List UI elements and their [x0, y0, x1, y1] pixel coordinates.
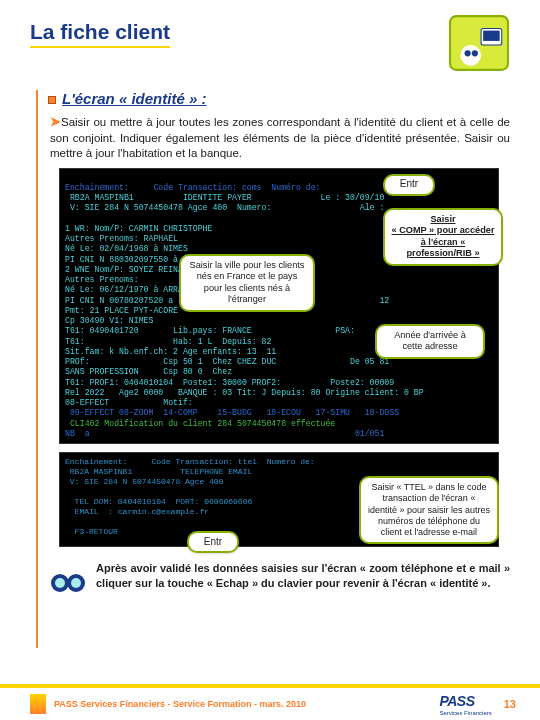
callout-annee: Année d'arrivée à cette adresse [375, 324, 485, 359]
callout-entr-1: Entr [383, 174, 435, 196]
page-number: 13 [504, 698, 516, 710]
callout-entr-2: Entr [187, 531, 239, 553]
note-text: Après avoir validé les données saisies s… [96, 561, 510, 591]
svg-point-3 [472, 50, 478, 56]
callout-ville: Saisir la ville pour les clients nés en … [179, 254, 315, 312]
arrow-icon: ➤ [50, 114, 61, 129]
page-title: La fiche client [30, 20, 170, 48]
svg-point-1 [460, 45, 481, 66]
footer-logo: PASS Services Financiers [439, 692, 491, 716]
section-heading: L'écran « identité » : [62, 90, 206, 107]
intro-paragraph: ➤Saisir ou mettre à jour toutes les zone… [50, 113, 510, 162]
left-rule [36, 90, 38, 648]
terminal-identity: Enchainement: Code Transaction: coms Num… [59, 168, 499, 445]
footer-text: PASS Services Financiers - Service Forma… [54, 699, 306, 709]
bullet-icon [48, 96, 56, 104]
binoculars-icon [48, 561, 88, 601]
mascot-icon [448, 14, 510, 72]
terminal-ttel: Enchainement: Code Transaction: ttel Num… [59, 452, 499, 547]
svg-point-2 [465, 50, 471, 56]
callout-ttel: Saisir « TTEL » dans le code transaction… [359, 476, 499, 544]
callout-comp: Saisir « COMP » pour accéder à l'écran «… [383, 208, 503, 266]
footer-swatch-icon [30, 694, 46, 714]
svg-rect-10 [65, 579, 71, 585]
footer: PASS Services Financiers - Service Forma… [0, 684, 540, 720]
svg-point-9 [71, 578, 81, 588]
svg-rect-5 [483, 31, 500, 41]
svg-point-8 [55, 578, 65, 588]
